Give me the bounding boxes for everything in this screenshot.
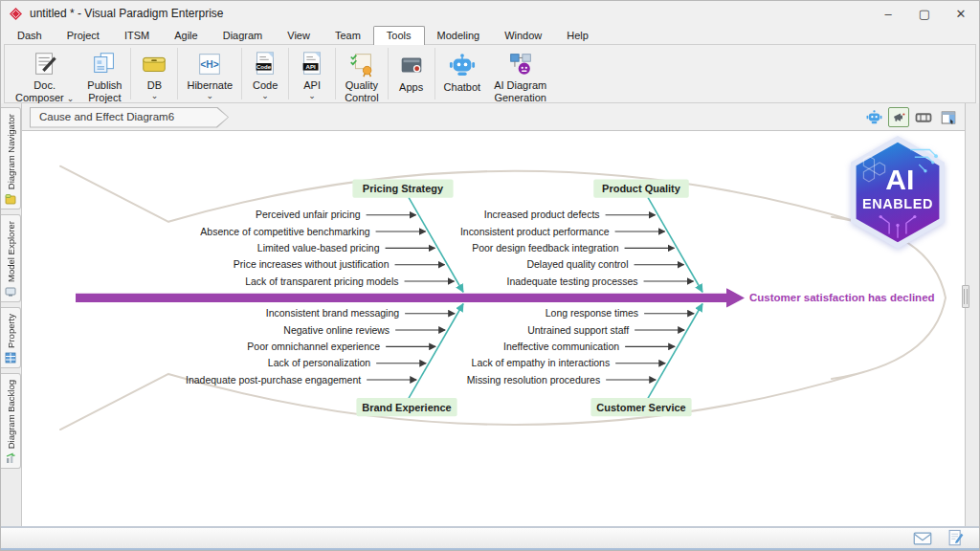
cause-text[interactable]: Long response times [546,307,638,319]
title-bar: untitled * - Visual Paradigm Enterprise … [1,1,979,26]
property-icon [5,352,16,364]
toolbar: Doc. Composer ⌄ Publish Project DB ⌄ <H>… [4,44,976,103]
cause-text[interactable]: Lack of empathy in interactions [472,357,611,368]
left-panel-strip: Diagram Navigator Model Explorer Propert… [1,103,22,526]
diagram-tab-bar: Cause and Effect Diagram6 [22,103,965,131]
svg-text:<H>: <H> [201,59,219,70]
api-icon: API [298,50,326,78]
menu-modeling[interactable]: Modeling [425,27,493,44]
cause-text[interactable]: Delayed quality control [526,258,628,270]
chevron-down-icon: ⌄ [207,92,214,100]
cause-text[interactable]: Increased product defects [484,209,600,220]
cause-text[interactable]: Inconsistent brand messaging [266,307,399,319]
category-label[interactable]: Brand Experience [362,402,451,413]
ai-diagram-generation-icon [506,50,535,78]
cause-text[interactable]: Poor omnichannel experience [247,341,380,352]
sidebar-tab-property[interactable]: Property [1,307,21,368]
chevron-down-icon: ⌄ [151,92,159,100]
menu-tools[interactable]: Tools [373,26,425,45]
chatbot-icon [449,50,476,80]
menu-project[interactable]: Project [55,27,112,44]
model-explorer-icon [5,286,16,298]
toolbar-separator [434,48,435,99]
menu-itsm[interactable]: ITSM [112,27,162,44]
svg-text:AI: AI [885,164,914,195]
menu-dash[interactable]: Dash [5,27,55,44]
code-icon: Code [251,50,279,78]
branch-line[interactable] [648,197,702,292]
cause-text[interactable]: Missing resolution procedures [467,374,600,386]
app-window: untitled * - Visual Paradigm Enterprise … [0,0,980,551]
cause-text[interactable]: Perceived unfair pricing [256,209,361,220]
menu-help[interactable]: Help [554,27,601,44]
toolbar-separator [177,48,178,99]
quality-control-button[interactable]: Quality Control [338,47,385,100]
cause-text[interactable]: Ineffective communication [503,341,619,352]
sidebar-tab-diagram-navigator[interactable]: Diagram Navigator [1,107,21,209]
menu-diagram[interactable]: Diagram [211,27,276,44]
toolbar-separator [241,48,242,99]
fishbone-diagram[interactable]: Customer satisfaction has declinedPricin… [22,131,965,526]
db-button[interactable]: DB ⌄ [133,47,175,100]
code-button[interactable]: Code Code ⌄ [244,47,286,100]
quality-control-icon [347,50,376,78]
svg-text:ENABLED: ENABLED [862,196,933,211]
apps-button[interactable]: Apps [390,47,433,100]
category-label[interactable]: Pricing Strategy [363,183,444,194]
effect-text[interactable]: Customer satisfaction has declined [749,291,935,303]
branch-line[interactable] [409,197,463,292]
category-label[interactable]: Customer Service [596,402,685,413]
minimize-button[interactable]: – [870,1,906,26]
cause-text[interactable]: Price increases without justification [234,258,390,270]
diagram-backlog-icon [5,452,16,464]
database-icon [140,50,168,78]
cause-text[interactable]: Poor design feedback integration [472,242,618,253]
splitter-grip[interactable] [962,285,969,308]
svg-text:API: API [306,63,316,70]
panel-layout-icon[interactable] [938,107,959,127]
toolbar-separator [388,48,389,99]
spine-arrowhead [726,288,745,307]
cause-text[interactable]: Inadequate post-purchase engagement [186,374,361,386]
edit-document-icon[interactable] [947,529,964,547]
sidebar-tab-diagram-backlog[interactable]: Diagram Backlog [1,373,21,469]
hibernate-button[interactable]: <H> Hibernate ⌄ [180,47,239,100]
doc-composer-icon [31,50,59,78]
chevron-down-icon: ⌄ [261,92,269,100]
announcement-icon[interactable] [888,107,909,127]
diagram-navigator-icon [5,193,16,205]
close-button[interactable]: ✕ [943,1,979,26]
tab-cause-and-effect-diagram[interactable]: Cause and Effect Diagram6 [30,107,229,128]
cause-text[interactable]: Negative online reviews [283,324,390,336]
svg-text:Code: Code [256,63,272,70]
branch-line[interactable] [648,303,702,398]
doc-composer-button[interactable]: Doc. Composer ⌄ [9,47,80,100]
sidebar-tab-model-explorer[interactable]: Model Explorer [1,214,21,302]
cause-text[interactable]: Limited value-based pricing [257,242,380,253]
menu-team[interactable]: Team [323,27,373,44]
diagram-canvas[interactable]: Customer satisfaction has declinedPricin… [22,131,965,526]
cause-text[interactable]: Absence of competitive benchmarking [200,226,369,237]
publish-project-button[interactable]: Publish Project [80,47,128,100]
mail-icon[interactable] [913,531,932,546]
menu-view[interactable]: View [275,27,323,44]
apps-icon [397,50,426,80]
api-button[interactable]: API API ⌄ [291,47,333,100]
chevron-down-icon: ⌄ [308,92,316,100]
ai-enabled-badge[interactable]: AI ENABLED [844,136,951,249]
cause-text[interactable]: Inadequate testing processes [506,276,637,287]
chatbot-button[interactable]: Chatbot [437,47,488,100]
branch-line[interactable] [409,303,463,398]
cause-text[interactable]: Untrained support staff [527,324,629,336]
filmstrip-icon[interactable] [913,107,934,127]
chatbot-assistant-icon[interactable] [863,107,884,127]
ai-diagram-generation-button[interactable]: AI Diagram Generation [487,47,553,100]
cause-text[interactable]: Lack of personalization [268,357,370,368]
toolbar-separator [130,48,131,99]
menu-agile[interactable]: Agile [162,27,210,44]
cause-text[interactable]: Lack of transparent pricing models [245,276,398,287]
menu-window[interactable]: Window [492,27,554,44]
maximize-button[interactable]: ▢ [906,1,943,26]
category-label[interactable]: Product Quality [602,183,681,194]
cause-text[interactable]: Inconsistent product performance [460,226,610,237]
